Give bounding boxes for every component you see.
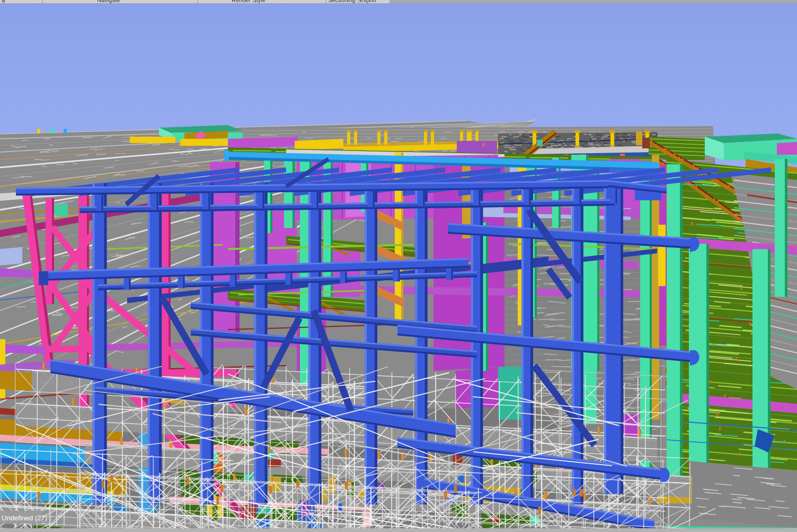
svg-text:Export: Export <box>359 0 376 3</box>
svg-text:Render Style: Render Style <box>232 0 265 3</box>
svg-text:a: a <box>2 0 5 3</box>
svg-text:Navigate: Navigate <box>97 0 120 3</box>
svg-text:Sectioning: Sectioning <box>328 0 355 3</box>
svg-text:Undefined (27): Undefined (27) <box>2 514 47 522</box>
